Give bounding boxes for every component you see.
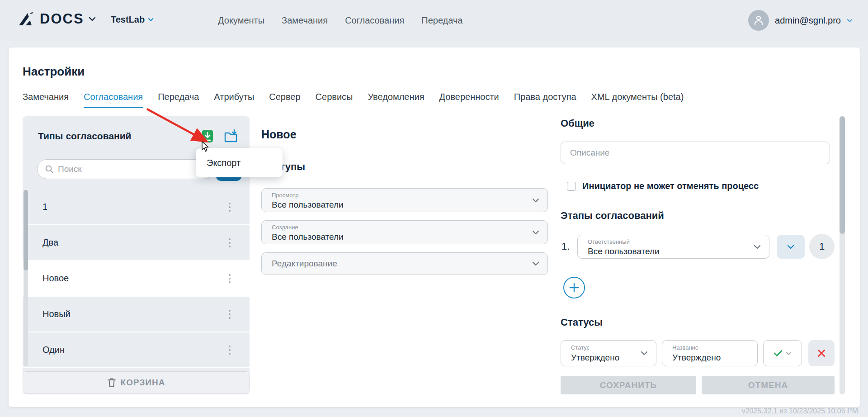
field-value: Утверждено bbox=[672, 353, 721, 363]
type-label: Новый bbox=[42, 309, 223, 319]
search-input[interactable] bbox=[58, 164, 206, 174]
dropdown-value: Все пользователи bbox=[272, 200, 344, 210]
dropdown-label: Ответственный bbox=[588, 238, 630, 245]
content-scrollbar-thumb[interactable] bbox=[840, 116, 845, 234]
type-label: Новое bbox=[42, 273, 223, 284]
create-access-dropdown[interactable]: Создание Все пользователи bbox=[261, 220, 548, 244]
logo-bird-icon bbox=[18, 11, 35, 27]
export-tooltip: Экспорт bbox=[196, 148, 283, 177]
page-title: Настройки bbox=[23, 65, 85, 79]
editor-type-name: Новое bbox=[261, 128, 297, 141]
user-email: admin@sgnl.pro bbox=[775, 15, 841, 26]
approval-types-title: Типы согласований bbox=[38, 131, 131, 142]
status-confirm-button[interactable] bbox=[763, 340, 802, 366]
tab-powers-of-attorney[interactable]: Доверенности bbox=[439, 92, 499, 108]
stage-expand-button[interactable] bbox=[777, 235, 805, 259]
menu-item-remarks[interactable]: Замечания bbox=[282, 15, 328, 26]
type-label: Два bbox=[42, 237, 223, 248]
responsible-dropdown[interactable]: Ответственный Все пользователи bbox=[577, 235, 769, 259]
tab-remarks[interactable]: Замечания bbox=[23, 92, 69, 108]
menu-item-documents[interactable]: Документы bbox=[218, 15, 264, 26]
initiator-checkbox-row[interactable]: Инициатор не может отменять процесс bbox=[567, 181, 759, 191]
list-item[interactable]: 1 bbox=[23, 190, 250, 225]
save-button[interactable]: СОХРАНИТЬ bbox=[561, 376, 696, 394]
tab-server[interactable]: Сервер bbox=[269, 92, 300, 108]
dropdown-value: Все пользователи bbox=[588, 246, 660, 256]
checkbox-label: Инициатор не может отменять процесс bbox=[582, 181, 759, 191]
menu-item-approvals[interactable]: Согласования bbox=[345, 15, 404, 26]
list-scrollbar-thumb[interactable] bbox=[24, 190, 28, 270]
dropdown-label: Создание bbox=[272, 224, 298, 231]
kebab-menu-icon[interactable] bbox=[223, 308, 236, 321]
stages-heading: Этапы согласований bbox=[561, 210, 664, 222]
check-icon bbox=[774, 350, 783, 357]
list-item-selected[interactable]: Новое bbox=[23, 261, 250, 297]
status-dropdown[interactable]: Статус Утверждено bbox=[561, 340, 656, 366]
import-button[interactable] bbox=[224, 129, 238, 145]
user-icon bbox=[754, 15, 764, 26]
tab-transfer[interactable]: Передача bbox=[158, 92, 199, 108]
dropdown-value: Утверждено bbox=[571, 353, 619, 363]
tab-access-rights[interactable]: Права доступа bbox=[514, 92, 576, 108]
dropdown-placeholder: Редактирование bbox=[272, 259, 337, 269]
trash-label: КОРЗИНА bbox=[121, 378, 165, 388]
chevron-down-icon bbox=[787, 245, 794, 249]
list-item[interactable]: Новый bbox=[23, 297, 250, 332]
dropdown-label: Просмотр bbox=[272, 192, 298, 199]
description-input[interactable] bbox=[561, 142, 830, 164]
chevron-down-icon bbox=[754, 245, 761, 249]
close-icon bbox=[817, 349, 826, 357]
kebab-menu-icon[interactable] bbox=[223, 237, 236, 249]
trash-button[interactable]: КОРЗИНА bbox=[23, 371, 250, 393]
kebab-menu-icon[interactable] bbox=[223, 272, 236, 285]
dropdown-value: Все пользователи bbox=[272, 232, 344, 242]
logo-text: DOCS bbox=[40, 11, 84, 27]
general-heading: Общие bbox=[561, 118, 594, 129]
type-label: 1 bbox=[42, 202, 223, 212]
chevron-down-icon bbox=[148, 18, 154, 22]
tab-services[interactable]: Сервисы bbox=[316, 92, 353, 108]
cancel-button[interactable]: ОТМЕНА bbox=[702, 376, 835, 394]
type-label: Один bbox=[42, 345, 223, 355]
tab-approvals[interactable]: Согласования bbox=[84, 92, 143, 108]
list-item[interactable]: Один bbox=[23, 332, 250, 368]
tab-attributes[interactable]: Атрибуты bbox=[214, 92, 254, 108]
kebab-menu-icon[interactable] bbox=[223, 201, 236, 213]
app-root: DOCS TestLab Документы Замечания Согласо… bbox=[0, 0, 868, 417]
chevron-down-icon bbox=[532, 198, 539, 203]
chevron-down-icon bbox=[847, 19, 853, 23]
tab-xml-documents[interactable]: XML документы (beta) bbox=[591, 92, 684, 108]
status-delete-button[interactable] bbox=[808, 340, 835, 366]
status-name-input[interactable]: Название Утверждено bbox=[662, 340, 758, 366]
approval-types-list: 1 Два Новое Новый Один bbox=[23, 190, 250, 368]
add-stage-button[interactable] bbox=[563, 277, 585, 299]
content-scrollbar bbox=[840, 116, 845, 394]
import-icon bbox=[224, 129, 238, 143]
menu-item-transfer[interactable]: Передача bbox=[421, 15, 462, 26]
checkbox[interactable] bbox=[567, 182, 576, 191]
plus-icon bbox=[569, 282, 580, 293]
search-box bbox=[37, 159, 213, 179]
workspace-selector[interactable]: TestLab bbox=[111, 14, 154, 25]
field-label: Название bbox=[672, 344, 698, 351]
search-icon bbox=[45, 165, 54, 174]
view-access-dropdown[interactable]: Просмотр Все пользователи bbox=[261, 188, 548, 212]
main-menu: Документы Замечания Согласования Передач… bbox=[218, 0, 462, 41]
export-icon bbox=[202, 129, 213, 143]
top-navbar: DOCS TestLab Документы Замечания Согласо… bbox=[0, 0, 868, 41]
list-scrollbar bbox=[24, 190, 28, 366]
trash-icon bbox=[107, 378, 116, 388]
user-menu[interactable]: admin@sgnl.pro bbox=[748, 10, 853, 31]
dropdown-label: Статус bbox=[571, 344, 590, 351]
statuses-heading: Статусы bbox=[561, 317, 603, 328]
list-item[interactable]: Два bbox=[23, 225, 250, 261]
tab-notifications[interactable]: Уведомления bbox=[368, 92, 424, 108]
export-button[interactable] bbox=[202, 129, 213, 145]
chevron-down-icon bbox=[786, 351, 792, 355]
app-logo[interactable]: DOCS bbox=[18, 11, 96, 27]
kebab-menu-icon[interactable] bbox=[223, 344, 236, 356]
edit-access-dropdown[interactable]: Редактирование bbox=[261, 252, 548, 275]
chevron-down-icon bbox=[532, 230, 539, 235]
chevron-down-icon bbox=[532, 261, 539, 266]
stage-number: 1. bbox=[561, 241, 570, 252]
